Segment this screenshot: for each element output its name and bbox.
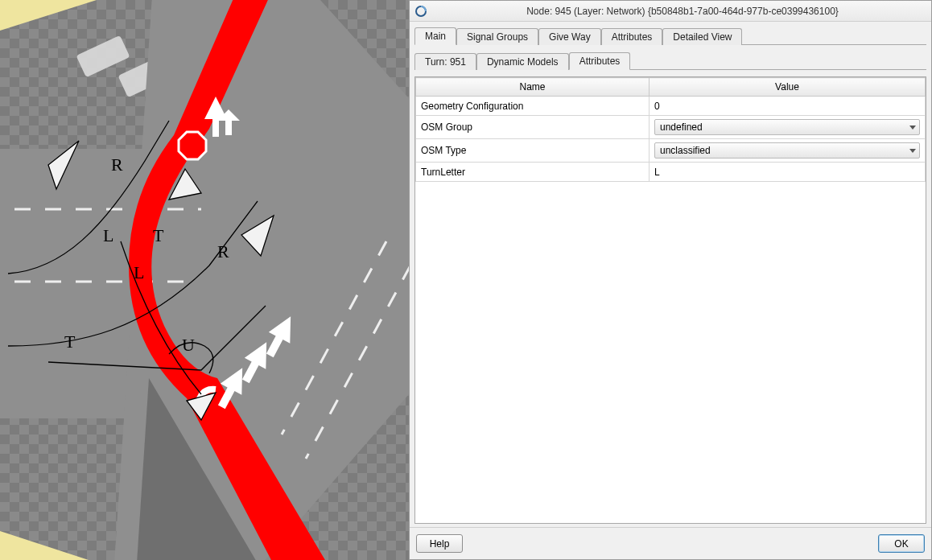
col-header-value[interactable]: Value xyxy=(650,78,926,97)
attr-name: Geometry Configuration xyxy=(416,97,650,116)
dialog-footer: Help OK xyxy=(410,527,931,559)
tabs-sub: Turn: 951 Dynamic Models Attributes xyxy=(414,51,926,70)
map-canvas[interactable]: R L T L R T U xyxy=(0,0,409,560)
tab-turn[interactable]: Turn: 951 xyxy=(414,53,476,70)
osm-group-combo[interactable]: undefined xyxy=(654,119,920,135)
svg-text:R: R xyxy=(111,154,123,175)
attributes-table-wrap: Name Value Geometry Configuration 0 OSM … xyxy=(414,76,926,524)
col-header-name[interactable]: Name xyxy=(416,78,650,97)
ok-button[interactable]: OK xyxy=(878,534,925,553)
attributes-table: Name Value Geometry Configuration 0 OSM … xyxy=(415,77,926,182)
svg-text:L: L xyxy=(103,225,113,245)
tab-attributes[interactable]: Attributes xyxy=(601,28,663,45)
osm-type-combo[interactable]: unclassified xyxy=(654,142,920,159)
table-row: OSM Group undefined xyxy=(416,116,926,139)
tab-signal-groups[interactable]: Signal Groups xyxy=(456,28,538,45)
attr-value[interactable]: L xyxy=(650,163,926,182)
svg-text:T: T xyxy=(153,225,164,245)
attr-value[interactable]: unclassified xyxy=(650,139,926,163)
svg-text:L: L xyxy=(134,262,144,282)
dialog-title: Node: 945 (Layer: Network) {b50848b1-7a0… xyxy=(434,6,931,17)
tabs-main: Main Signal Groups Give Way Attributes D… xyxy=(414,27,926,45)
help-button[interactable]: Help xyxy=(416,534,463,553)
attr-value[interactable]: undefined xyxy=(650,116,926,139)
table-row: Geometry Configuration 0 xyxy=(416,97,926,116)
tab-dynamic-models[interactable]: Dynamic Models xyxy=(476,53,569,70)
attr-name: OSM Group xyxy=(416,116,650,139)
attr-value[interactable]: 0 xyxy=(650,97,926,116)
attr-name: OSM Type xyxy=(416,139,650,163)
node-properties-dialog: Node: 945 (Layer: Network) {b50848b1-7a0… xyxy=(409,0,932,560)
dialog-titlebar[interactable]: Node: 945 (Layer: Network) {b50848b1-7a0… xyxy=(410,1,931,22)
tab-detailed-view[interactable]: Detailed View xyxy=(662,28,742,45)
chevron-down-icon xyxy=(909,149,916,153)
app-icon xyxy=(414,5,427,18)
tab-turn-attributes[interactable]: Attributes xyxy=(569,52,631,70)
stop-sign-icon xyxy=(179,132,206,159)
svg-text:R: R xyxy=(217,241,229,261)
table-row: OSM Type unclassified xyxy=(416,139,926,163)
table-row: TurnLetter L xyxy=(416,163,926,182)
tab-main[interactable]: Main xyxy=(414,27,456,45)
chevron-down-icon xyxy=(909,126,916,130)
svg-text:T: T xyxy=(64,331,76,352)
tab-give-way[interactable]: Give Way xyxy=(538,28,601,45)
attr-name: TurnLetter xyxy=(416,163,650,182)
svg-text:U: U xyxy=(182,335,195,355)
